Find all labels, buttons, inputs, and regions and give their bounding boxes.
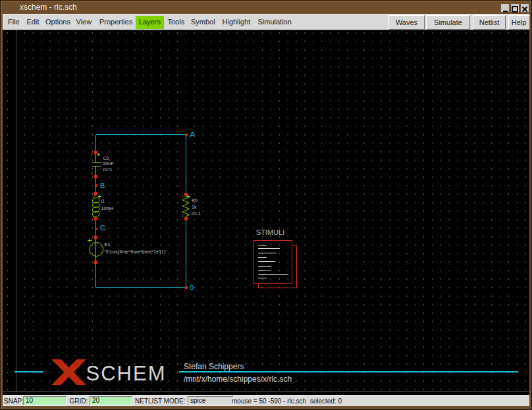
svg-text:C0: C0: [103, 156, 109, 161]
svg-text:/mnt/x/home/schippes/x/rlc.sch: /mnt/x/home/schippes/x/rlc.sch: [184, 374, 292, 384]
svg-text:A: A: [190, 130, 196, 138]
svg-text:E1: E1: [105, 242, 111, 247]
svg-text:10mH: 10mH: [101, 206, 114, 211]
svg-text:m=1: m=1: [103, 167, 113, 172]
svg-text:m=1: m=1: [192, 211, 201, 216]
svg-text:1: 1: [182, 194, 184, 198]
svg-text:B: B: [100, 182, 105, 190]
svg-text:1: 1: [91, 152, 93, 156]
svg-text:1k: 1k: [192, 205, 197, 209]
svg-text:C: C: [100, 224, 105, 232]
svg-text:2: 2: [182, 213, 184, 217]
svg-text:2: 2: [91, 171, 93, 175]
svg-text:R0: R0: [192, 198, 198, 203]
svg-text:50nF: 50nF: [103, 161, 114, 166]
svg-text:0: 0: [190, 284, 194, 292]
svg-text:SCHEM: SCHEM: [86, 362, 167, 385]
svg-text:STIMULI: STIMULI: [256, 228, 284, 236]
svg-text:l1: l1: [101, 199, 105, 203]
svg-text:'3*cos(time*time*time*1e11)': '3*cos(time*time*time*1e11)': [105, 249, 167, 255]
svg-text:Stefan Schippers: Stefan Schippers: [184, 362, 244, 371]
